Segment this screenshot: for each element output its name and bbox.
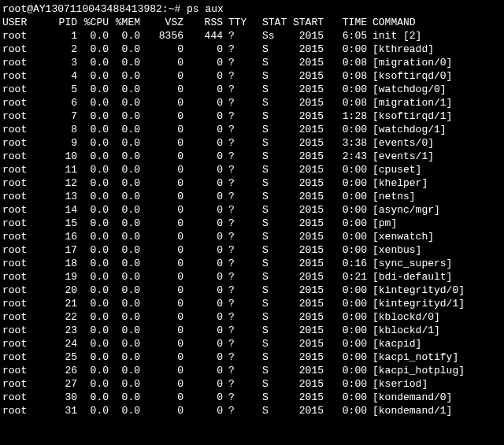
- cell-cpu: 0.0: [77, 43, 109, 56]
- process-row: root190.00.000?S20150:21[bdi-default]: [2, 270, 502, 284]
- cell-pid: 23: [42, 324, 77, 337]
- cell-rss: 0: [183, 69, 223, 83]
- cell-time: 0:00: [324, 83, 367, 96]
- cell-vsz: 0: [140, 284, 183, 297]
- header-pid: PID: [42, 16, 77, 29]
- cell-time: 0:00: [324, 176, 367, 190]
- cell-mem: 0.0: [109, 364, 140, 377]
- cell-mem: 0.0: [109, 337, 140, 350]
- cell-cpu: 0.0: [77, 324, 109, 337]
- cell-tty: ?: [223, 257, 250, 270]
- process-row: root50.00.000?S20150:00[watchdog/0]: [2, 83, 502, 96]
- cell-start: 2015: [286, 270, 324, 284]
- cell-time: 0:00: [324, 364, 367, 377]
- cell-stat: S: [250, 310, 286, 324]
- cell-command: init [2]: [367, 29, 421, 43]
- cell-time: 0:00: [324, 350, 367, 364]
- process-row: root260.00.000?S20150:00[kacpi_hotplug]: [2, 364, 502, 377]
- cell-rss: 0: [183, 43, 223, 56]
- cell-pid: 4: [42, 69, 77, 83]
- cell-tty: ?: [223, 217, 250, 230]
- cell-start: 2015: [286, 257, 324, 270]
- cell-user: root: [2, 29, 42, 43]
- cell-command: [kintegrityd/0]: [367, 284, 465, 297]
- header-vsz: VSZ: [140, 16, 183, 29]
- cell-time: 0:16: [324, 257, 367, 270]
- cell-mem: 0.0: [109, 270, 140, 284]
- cell-tty: ?: [223, 56, 250, 69]
- process-row: root40.00.000?S20150:08[ksoftirqd/0]: [2, 69, 502, 83]
- cell-time: 0:00: [324, 243, 367, 257]
- process-row: root250.00.000?S20150:00[kacpi_notify]: [2, 350, 502, 364]
- cell-tty: ?: [223, 29, 250, 43]
- cell-pid: 10: [42, 150, 77, 163]
- process-row: root220.00.000?S20150:00[kblockd/0]: [2, 310, 502, 324]
- cell-rss: 0: [183, 203, 223, 217]
- cell-time: 2:43: [324, 150, 367, 163]
- cell-user: root: [2, 243, 42, 257]
- process-row: root240.00.000?S20150:00[kacpid]: [2, 337, 502, 350]
- cell-pid: 19: [42, 270, 77, 284]
- cell-mem: 0.0: [109, 350, 140, 364]
- cell-start: 2015: [286, 83, 324, 96]
- cell-vsz: 0: [140, 109, 183, 123]
- cell-vsz: 0: [140, 203, 183, 217]
- cell-user: root: [2, 83, 42, 96]
- process-row: root270.00.000?S20150:00[kseriod]: [2, 377, 502, 391]
- cell-vsz: 0: [140, 310, 183, 324]
- cell-time: 0:00: [324, 284, 367, 297]
- cell-start: 2015: [286, 190, 324, 203]
- cell-time: 0:00: [324, 190, 367, 203]
- cell-start: 2015: [286, 163, 324, 176]
- cell-rss: 0: [183, 364, 223, 377]
- cell-start: 2015: [286, 284, 324, 297]
- process-row: root60.00.000?S20150:08[migration/1]: [2, 96, 502, 109]
- cell-vsz: 0: [140, 364, 183, 377]
- cell-stat: S: [250, 176, 286, 190]
- cell-user: root: [2, 257, 42, 270]
- cell-stat: S: [250, 109, 286, 123]
- header-tty: TTY: [223, 16, 250, 29]
- cell-mem: 0.0: [109, 29, 140, 43]
- cell-start: 2015: [286, 29, 324, 43]
- cell-mem: 0.0: [109, 310, 140, 324]
- cell-command: [kacpi_hotplug]: [367, 364, 465, 377]
- cell-mem: 0.0: [109, 257, 140, 270]
- cell-time: 0:00: [324, 377, 367, 391]
- cell-time: 0:00: [324, 404, 367, 417]
- cell-pid: 1: [42, 29, 77, 43]
- cell-tty: ?: [223, 203, 250, 217]
- cell-start: 2015: [286, 364, 324, 377]
- cell-time: 0:00: [324, 217, 367, 230]
- cell-rss: 0: [183, 297, 223, 310]
- header-stat: STAT: [250, 16, 286, 29]
- cell-tty: ?: [223, 324, 250, 337]
- cell-vsz: 0: [140, 56, 183, 69]
- cell-command: [watchdog/1]: [367, 123, 447, 136]
- cell-start: 2015: [286, 230, 324, 243]
- cell-rss: 0: [183, 310, 223, 324]
- cell-pid: 26: [42, 364, 77, 377]
- cell-cpu: 0.0: [77, 243, 109, 257]
- cell-vsz: 0: [140, 391, 183, 404]
- cell-vsz: 0: [140, 217, 183, 230]
- cell-stat: S: [250, 56, 286, 69]
- cell-vsz: 8356: [140, 29, 183, 43]
- cell-stat: S: [250, 377, 286, 391]
- cell-start: 2015: [286, 217, 324, 230]
- cell-user: root: [2, 43, 42, 56]
- process-row: root300.00.000?S20150:00[kondemand/0]: [2, 391, 502, 404]
- cell-stat: S: [250, 297, 286, 310]
- cell-tty: ?: [223, 69, 250, 83]
- cell-tty: ?: [223, 297, 250, 310]
- cell-time: 0:00: [324, 324, 367, 337]
- prompt-prefix: root@AY1307110043488413982:~#: [2, 3, 180, 15]
- cell-cpu: 0.0: [77, 69, 109, 83]
- cell-start: 2015: [286, 56, 324, 69]
- cell-rss: 0: [183, 230, 223, 243]
- cell-command: [kseriod]: [367, 377, 428, 391]
- cell-user: root: [2, 310, 42, 324]
- cell-pid: 15: [42, 217, 77, 230]
- cell-rss: 0: [183, 136, 223, 150]
- cell-cpu: 0.0: [77, 150, 109, 163]
